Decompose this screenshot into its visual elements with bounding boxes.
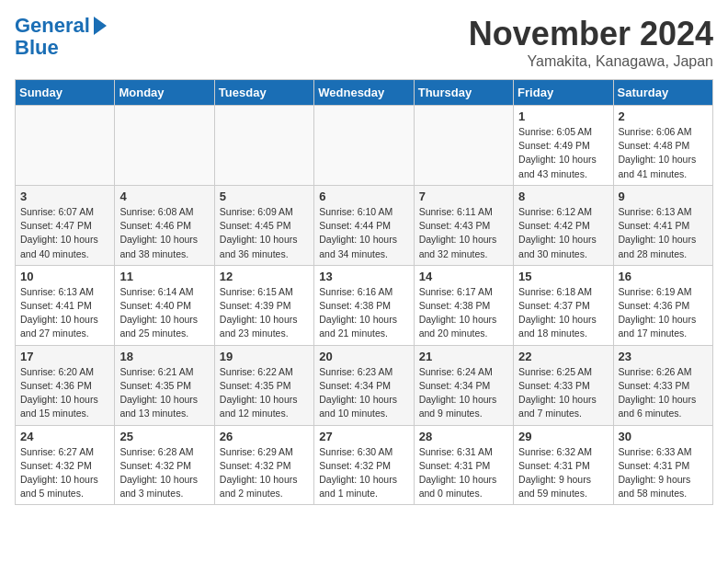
day-info: Sunrise: 6:17 AM Sunset: 4:38 PM Dayligh…	[419, 285, 508, 341]
calendar-cell: 15Sunrise: 6:18 AM Sunset: 4:37 PM Dayli…	[514, 265, 613, 345]
calendar-cell: 30Sunrise: 6:33 AM Sunset: 4:31 PM Dayli…	[613, 425, 712, 505]
day-number: 24	[20, 430, 109, 443]
day-info: Sunrise: 6:09 AM Sunset: 4:45 PM Dayligh…	[220, 205, 309, 261]
day-info: Sunrise: 6:05 AM Sunset: 4:49 PM Dayligh…	[518, 125, 608, 181]
day-header-saturday: Saturday	[613, 80, 712, 106]
day-number: 7	[419, 190, 508, 203]
day-info: Sunrise: 6:07 AM Sunset: 4:47 PM Dayligh…	[20, 205, 109, 261]
calendar-cell: 27Sunrise: 6:30 AM Sunset: 4:32 PM Dayli…	[314, 425, 414, 505]
day-number: 3	[20, 190, 109, 203]
day-info: Sunrise: 6:06 AM Sunset: 4:48 PM Dayligh…	[619, 125, 708, 181]
logo-arrow-icon	[94, 17, 107, 35]
day-info: Sunrise: 6:13 AM Sunset: 4:41 PM Dayligh…	[20, 285, 109, 341]
day-number: 17	[20, 350, 109, 363]
day-number: 13	[319, 270, 408, 283]
title-block: November 2024 Yamakita, Kanagawa, Japan	[469, 15, 713, 70]
day-info: Sunrise: 6:16 AM Sunset: 4:38 PM Dayligh…	[319, 285, 408, 341]
calendar-cell	[214, 106, 313, 186]
day-number: 9	[619, 190, 708, 203]
calendar-title: November 2024	[469, 15, 713, 53]
day-info: Sunrise: 6:23 AM Sunset: 4:34 PM Dayligh…	[319, 365, 408, 421]
day-info: Sunrise: 6:20 AM Sunset: 4:36 PM Dayligh…	[20, 365, 109, 421]
day-info: Sunrise: 6:10 AM Sunset: 4:44 PM Dayligh…	[319, 205, 408, 261]
day-number: 27	[319, 430, 408, 443]
logo-text: General	[15, 15, 90, 37]
day-number: 6	[319, 190, 408, 203]
calendar-cell: 5Sunrise: 6:09 AM Sunset: 4:45 PM Daylig…	[214, 185, 313, 265]
calendar-cell: 22Sunrise: 6:25 AM Sunset: 4:33 PM Dayli…	[514, 345, 613, 425]
day-info: Sunrise: 6:24 AM Sunset: 4:34 PM Dayligh…	[419, 365, 508, 421]
day-info: Sunrise: 6:25 AM Sunset: 4:33 PM Dayligh…	[518, 365, 608, 421]
calendar-cell: 11Sunrise: 6:14 AM Sunset: 4:40 PM Dayli…	[115, 265, 214, 345]
day-number: 29	[518, 430, 608, 443]
calendar-week-row: 10Sunrise: 6:13 AM Sunset: 4:41 PM Dayli…	[16, 265, 713, 345]
day-info: Sunrise: 6:11 AM Sunset: 4:43 PM Dayligh…	[419, 205, 508, 261]
day-number: 18	[119, 350, 209, 363]
calendar-cell: 23Sunrise: 6:26 AM Sunset: 4:33 PM Dayli…	[613, 345, 712, 425]
calendar-subtitle: Yamakita, Kanagawa, Japan	[469, 53, 713, 70]
day-number: 1	[518, 109, 608, 123]
calendar-cell: 7Sunrise: 6:11 AM Sunset: 4:43 PM Daylig…	[414, 185, 513, 265]
day-info: Sunrise: 6:32 AM Sunset: 4:31 PM Dayligh…	[518, 445, 608, 501]
calendar-cell: 9Sunrise: 6:13 AM Sunset: 4:41 PM Daylig…	[613, 185, 712, 265]
calendar-cell	[115, 106, 214, 186]
calendar-cell: 20Sunrise: 6:23 AM Sunset: 4:34 PM Dayli…	[314, 345, 414, 425]
day-info: Sunrise: 6:12 AM Sunset: 4:42 PM Dayligh…	[518, 205, 608, 261]
day-number: 15	[518, 270, 608, 283]
day-info: Sunrise: 6:08 AM Sunset: 4:46 PM Dayligh…	[119, 205, 209, 261]
calendar-cell: 8Sunrise: 6:12 AM Sunset: 4:42 PM Daylig…	[514, 185, 613, 265]
calendar-cell	[16, 106, 115, 186]
calendar-cell	[314, 106, 414, 186]
calendar-cell: 28Sunrise: 6:31 AM Sunset: 4:31 PM Dayli…	[414, 425, 513, 505]
day-number: 28	[419, 430, 508, 443]
day-info: Sunrise: 6:31 AM Sunset: 4:31 PM Dayligh…	[419, 445, 508, 501]
day-info: Sunrise: 6:13 AM Sunset: 4:41 PM Dayligh…	[619, 205, 708, 261]
day-number: 12	[220, 270, 309, 283]
day-info: Sunrise: 6:29 AM Sunset: 4:32 PM Dayligh…	[220, 445, 309, 501]
day-info: Sunrise: 6:30 AM Sunset: 4:32 PM Dayligh…	[319, 445, 408, 501]
day-number: 8	[518, 190, 608, 203]
calendar-cell: 12Sunrise: 6:15 AM Sunset: 4:39 PM Dayli…	[214, 265, 313, 345]
calendar-cell: 26Sunrise: 6:29 AM Sunset: 4:32 PM Dayli…	[214, 425, 313, 505]
day-info: Sunrise: 6:26 AM Sunset: 4:33 PM Dayligh…	[619, 365, 708, 421]
day-number: 5	[220, 190, 309, 203]
calendar-cell: 13Sunrise: 6:16 AM Sunset: 4:38 PM Dayli…	[314, 265, 414, 345]
day-number: 21	[419, 350, 508, 363]
calendar-cell: 4Sunrise: 6:08 AM Sunset: 4:46 PM Daylig…	[115, 185, 214, 265]
calendar-week-row: 17Sunrise: 6:20 AM Sunset: 4:36 PM Dayli…	[16, 345, 713, 425]
day-info: Sunrise: 6:14 AM Sunset: 4:40 PM Dayligh…	[119, 285, 209, 341]
calendar-table: SundayMondayTuesdayWednesdayThursdayFrid…	[15, 79, 713, 505]
day-number: 10	[20, 270, 109, 283]
day-header-wednesday: Wednesday	[314, 80, 414, 106]
page-header: General Blue November 2024 Yamakita, Kan…	[15, 15, 713, 70]
calendar-cell: 1Sunrise: 6:05 AM Sunset: 4:49 PM Daylig…	[514, 106, 613, 186]
day-header-friday: Friday	[514, 80, 613, 106]
calendar-cell	[414, 106, 513, 186]
day-info: Sunrise: 6:22 AM Sunset: 4:35 PM Dayligh…	[220, 365, 309, 421]
calendar-cell: 16Sunrise: 6:19 AM Sunset: 4:36 PM Dayli…	[613, 265, 712, 345]
calendar-week-row: 1Sunrise: 6:05 AM Sunset: 4:49 PM Daylig…	[16, 106, 713, 186]
calendar-cell: 24Sunrise: 6:27 AM Sunset: 4:32 PM Dayli…	[16, 425, 115, 505]
calendar-header-row: SundayMondayTuesdayWednesdayThursdayFrid…	[16, 80, 713, 106]
day-number: 4	[119, 190, 209, 203]
calendar-cell: 2Sunrise: 6:06 AM Sunset: 4:48 PM Daylig…	[613, 106, 712, 186]
day-number: 19	[220, 350, 309, 363]
day-info: Sunrise: 6:18 AM Sunset: 4:37 PM Dayligh…	[518, 285, 608, 341]
day-number: 11	[119, 270, 209, 283]
day-info: Sunrise: 6:15 AM Sunset: 4:39 PM Dayligh…	[220, 285, 309, 341]
calendar-week-row: 24Sunrise: 6:27 AM Sunset: 4:32 PM Dayli…	[16, 425, 713, 505]
day-number: 14	[419, 270, 508, 283]
calendar-cell: 6Sunrise: 6:10 AM Sunset: 4:44 PM Daylig…	[314, 185, 414, 265]
day-info: Sunrise: 6:27 AM Sunset: 4:32 PM Dayligh…	[20, 445, 109, 501]
day-number: 2	[619, 109, 708, 123]
day-header-monday: Monday	[115, 80, 214, 106]
calendar-cell: 29Sunrise: 6:32 AM Sunset: 4:31 PM Dayli…	[514, 425, 613, 505]
logo: General Blue	[15, 15, 107, 59]
day-number: 26	[220, 430, 309, 443]
calendar-cell: 10Sunrise: 6:13 AM Sunset: 4:41 PM Dayli…	[16, 265, 115, 345]
calendar-cell: 14Sunrise: 6:17 AM Sunset: 4:38 PM Dayli…	[414, 265, 513, 345]
day-number: 30	[619, 430, 708, 443]
logo-blue-text: Blue	[15, 36, 59, 59]
calendar-week-row: 3Sunrise: 6:07 AM Sunset: 4:47 PM Daylig…	[16, 185, 713, 265]
day-info: Sunrise: 6:28 AM Sunset: 4:32 PM Dayligh…	[119, 445, 209, 501]
